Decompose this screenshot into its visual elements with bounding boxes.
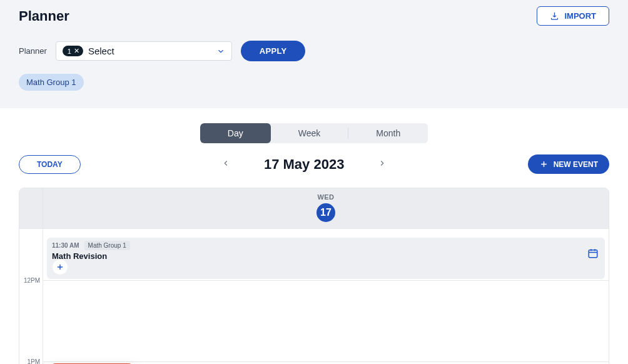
planner-select[interactable]: 1 ✕ Select xyxy=(56,41,232,61)
view-day-tab[interactable]: Day xyxy=(200,123,271,143)
planner-filter-label: Planner xyxy=(19,46,47,56)
content-section: Day Week Month TODAY 17 May 2023 NEW EVE… xyxy=(0,108,628,364)
new-event-label: NEW EVENT xyxy=(554,160,598,169)
calendar-event[interactable]: 11:30 AM Math Group 1 Math Revision xyxy=(47,238,605,279)
new-event-button[interactable]: NEW EVENT xyxy=(528,154,609,174)
calendar-grid: WED 17 12PM 1PM 11:30 AM Math Group 1 Ma… xyxy=(19,188,609,364)
time-label-12pm: 12PM xyxy=(24,277,40,284)
plus-icon xyxy=(56,263,64,271)
calendar-icon xyxy=(587,248,599,261)
plus-icon xyxy=(539,159,549,169)
event-group-tag: Math Group 1 xyxy=(84,241,130,250)
header-section: Planner IMPORT Planner 1 ✕ Select APPLY … xyxy=(0,0,628,108)
day-of-week: WED xyxy=(43,193,609,201)
event-title: Math Revision xyxy=(52,251,600,261)
import-label: IMPORT xyxy=(564,11,596,21)
event-time: 11:30 AM xyxy=(52,242,79,249)
current-date: 17 May 2023 xyxy=(264,156,344,173)
page-title: Planner xyxy=(19,8,69,24)
select-count-badge: 1 ✕ xyxy=(63,46,83,56)
download-icon xyxy=(550,11,559,21)
filter-chip[interactable]: Math Group 1 xyxy=(19,74,84,91)
view-month-tab[interactable]: Month xyxy=(348,123,428,143)
svg-rect-2 xyxy=(589,250,597,258)
event-add-button[interactable] xyxy=(52,259,68,275)
chevron-down-icon xyxy=(216,47,225,56)
prev-day-button[interactable] xyxy=(221,159,230,169)
view-toggle-group: Day Week Month xyxy=(200,123,428,143)
next-day-button[interactable] xyxy=(378,159,387,169)
clear-selection-x[interactable]: ✕ xyxy=(74,47,79,55)
time-label-1pm: 1PM xyxy=(27,358,40,365)
today-button[interactable]: TODAY xyxy=(19,155,81,174)
select-placeholder: Select xyxy=(88,46,114,56)
view-week-tab[interactable]: Week xyxy=(271,123,348,143)
import-button[interactable]: IMPORT xyxy=(537,6,609,26)
day-number: 17 xyxy=(317,203,335,222)
chevron-left-icon xyxy=(221,159,230,168)
apply-button[interactable]: APPLY xyxy=(241,41,306,61)
chevron-right-icon xyxy=(378,159,387,168)
